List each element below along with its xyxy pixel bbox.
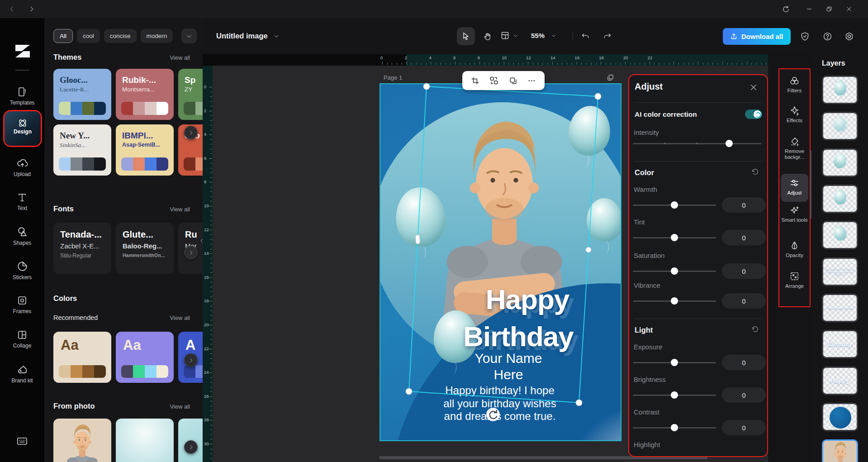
- photo-palette-card[interactable]: [53, 419, 111, 462]
- close-icon[interactable]: [749, 83, 758, 91]
- layer-thumbnail-balloon[interactable]: [822, 112, 858, 140]
- contrast-value[interactable]: 0: [722, 420, 766, 435]
- brightness-slider[interactable]: [633, 395, 716, 396]
- undo-button[interactable]: [579, 30, 592, 43]
- help-icon[interactable]: [821, 30, 834, 43]
- zoom-level-control[interactable]: 55%: [531, 32, 556, 39]
- warmth-value[interactable]: 0: [722, 197, 766, 213]
- saturation-slider[interactable]: [633, 271, 716, 272]
- sidebar-item-stickers[interactable]: Stickers: [0, 261, 44, 281]
- vibrance-slider[interactable]: [633, 300, 716, 302]
- chip-concise[interactable]: concise: [104, 29, 137, 43]
- chip-all[interactable]: All: [53, 29, 73, 43]
- sidebar-item-collage[interactable]: Collage: [0, 329, 44, 349]
- sidebar-item-shapes[interactable]: Shapes: [0, 226, 44, 246]
- theme-card[interactable]: Glooc... Lucette-R...: [53, 69, 111, 120]
- window-minimize-button[interactable]: [803, 3, 816, 15]
- nav-forward-button[interactable]: [25, 3, 38, 15]
- crop-icon[interactable]: [471, 76, 479, 85]
- chip-modern[interactable]: modern: [141, 29, 173, 43]
- settings-gear-icon[interactable]: [843, 30, 855, 43]
- duplicate-icon[interactable]: [509, 76, 517, 85]
- reset-icon[interactable]: [751, 326, 759, 333]
- document-title-menu[interactable]: Untitled image: [216, 32, 280, 40]
- tool-opacity[interactable]: Opacity: [779, 240, 810, 258]
- shortcuts-keyboard-icon[interactable]: [17, 437, 28, 446]
- card-title-happy[interactable]: Happy: [446, 286, 609, 314]
- layer-thumbnail-balloon[interactable]: [822, 221, 858, 249]
- card-message-text[interactable]: Happy birthday! I hopeall your birthday …: [409, 384, 590, 423]
- tool-adjust[interactable]: Adjust: [779, 178, 810, 196]
- tool-smart-tools[interactable]: Smart tools: [779, 205, 810, 223]
- photo-palette-card[interactable]: [116, 419, 174, 462]
- layer-thumbnail-photo-selected[interactable]: [822, 439, 858, 462]
- strip-scrollbar[interactable]: [810, 151, 811, 219]
- layer-thumbnail-balloon[interactable]: [822, 148, 858, 177]
- fonts-view-all-link[interactable]: View all: [170, 206, 190, 213]
- reset-icon[interactable]: [751, 168, 759, 176]
- font-card[interactable]: Tenada-... Zacbel X-E... Stilu-Regular: [53, 223, 111, 274]
- layout-menu-button[interactable]: [500, 31, 518, 40]
- color-palette-card[interactable]: Aa: [53, 332, 111, 383]
- safety-shield-icon[interactable]: [798, 30, 811, 43]
- chips-expand-button[interactable]: [181, 29, 197, 43]
- exposure-value[interactable]: 0: [722, 355, 766, 370]
- layer-thumbnail-name-text[interactable]: Your Name Here: [822, 294, 858, 322]
- sidebar-item-templates[interactable]: Templates: [0, 86, 44, 106]
- brightness-value[interactable]: 0: [722, 387, 766, 403]
- sidebar-item-design[interactable]: Design: [5, 111, 41, 146]
- select-tool-button[interactable]: [457, 27, 475, 45]
- page-expand-icon[interactable]: [607, 74, 614, 81]
- redo-button[interactable]: [601, 30, 613, 43]
- theme-card[interactable]: Rubik-... Montserra...: [116, 69, 174, 120]
- window-restore-button[interactable]: [823, 3, 835, 15]
- saturation-value[interactable]: 0: [722, 263, 766, 279]
- chip-cool[interactable]: cool: [77, 29, 100, 43]
- layer-thumbnail-balloon[interactable]: [822, 185, 858, 213]
- layer-thumbnail-circle-shape[interactable]: [822, 403, 858, 431]
- from-photo-next-button[interactable]: [184, 440, 198, 454]
- font-card[interactable]: Glute... Baloo-Reg... HammersmithOn...: [116, 223, 174, 274]
- replace-icon[interactable]: [489, 76, 498, 85]
- from-photo-view-all-link[interactable]: View all: [170, 403, 190, 410]
- sidebar-item-text[interactable]: Text: [0, 192, 44, 211]
- layer-thumbnail-birthday-text[interactable]: Birthday: [822, 330, 858, 358]
- tool-filters[interactable]: Filters: [779, 76, 810, 94]
- layer-thumbnail-message-text[interactable]: Happy birthday! I hope all your birthday…: [822, 257, 858, 286]
- vibrance-value[interactable]: 0: [722, 293, 766, 309]
- window-close-button[interactable]: [843, 3, 855, 15]
- intensity-slider[interactable]: [633, 143, 761, 144]
- tool-arrange[interactable]: Arrange: [779, 271, 810, 289]
- contrast-slider[interactable]: [633, 427, 716, 429]
- theme-card[interactable]: New Y... SinkinSa...: [53, 124, 111, 176]
- colors-view-all-link[interactable]: View all: [170, 314, 190, 321]
- layer-thumbnail-happy-text[interactable]: Happy: [822, 367, 858, 395]
- more-options-icon[interactable]: [527, 76, 536, 85]
- refresh-icon[interactable]: [779, 3, 792, 15]
- theme-card[interactable]: Sp ZY: [178, 69, 203, 120]
- card-name-text[interactable]: Your NameHere: [427, 350, 590, 383]
- theme-card[interactable]: IBMPl... Asap-SemiB...: [116, 124, 174, 176]
- exposure-slider[interactable]: [633, 362, 716, 363]
- card-title-birthday[interactable]: Birthday: [419, 323, 618, 351]
- hand-tool-button[interactable]: [479, 27, 497, 45]
- ai-color-correction-toggle[interactable]: [745, 110, 762, 119]
- layer-thumbnail-balloon[interactable]: [822, 76, 858, 104]
- color-palette-card[interactable]: Aa: [116, 332, 174, 383]
- nav-back-button[interactable]: [5, 3, 18, 15]
- panel-collapse-tab[interactable]: [198, 232, 205, 250]
- tint-slider[interactable]: [633, 237, 716, 238]
- sidebar-item-brand-kit[interactable]: Brand kit: [0, 364, 44, 384]
- themes-next-button[interactable]: [184, 126, 198, 139]
- artboard-page[interactable]: Happy Birthday Happy Birthday Your NameH…: [380, 84, 621, 440]
- colors-next-button[interactable]: [184, 353, 198, 367]
- fonts-next-button[interactable]: [184, 246, 198, 259]
- warmth-slider[interactable]: [633, 205, 716, 206]
- download-all-button[interactable]: Download all: [723, 28, 791, 45]
- tool-remove-background[interactable]: Remove backgr...: [779, 136, 810, 160]
- tool-effects[interactable]: Effects: [779, 105, 810, 124]
- tint-value[interactable]: 0: [722, 230, 766, 245]
- page-label[interactable]: Page 1: [384, 74, 402, 81]
- sidebar-item-upload[interactable]: Upload: [0, 157, 44, 177]
- themes-view-all-link[interactable]: View all: [170, 54, 190, 61]
